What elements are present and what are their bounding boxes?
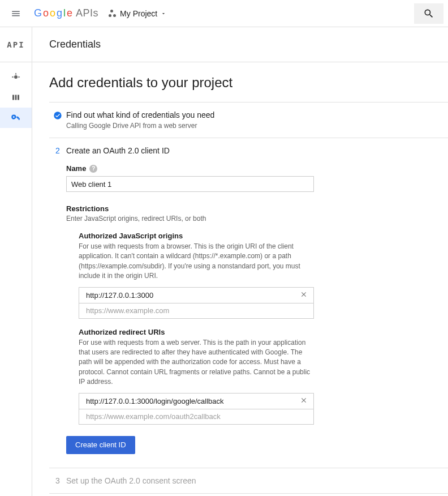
step-1-sub: Calling Google Drive API from a web serv… xyxy=(66,122,437,130)
sidebar-item-dashboard[interactable] xyxy=(0,67,32,87)
js-origin-value: http://127.0.0.1:3000 xyxy=(86,291,298,300)
main-content: Credentials Add credentials to your proj… xyxy=(32,27,448,496)
key-icon xyxy=(11,113,21,123)
svg-point-0 xyxy=(54,112,61,119)
logo-apis-text: APIs xyxy=(76,7,98,19)
redirect-uri-value: http://127.0.0.1:3000/login/google/callb… xyxy=(86,397,298,405)
project-name: My Project xyxy=(120,9,157,18)
page-title: Add credentials to your project xyxy=(49,75,448,91)
page-header: Credentials xyxy=(32,27,448,62)
redirect-uris-section: Authorized redirect URIs For use with re… xyxy=(66,328,437,425)
restrictions-title: Restrictions xyxy=(66,204,437,213)
step-4[interactable]: 4 Download credentials xyxy=(49,494,448,496)
step-3-title: Set up the OAuth 2.0 consent screen xyxy=(66,476,196,485)
sidebar-item-library[interactable] xyxy=(0,87,32,108)
hamburger-icon xyxy=(11,8,21,19)
redirect-uris-desc: For use with requests from a web server.… xyxy=(79,338,316,387)
step-3[interactable]: 3 Set up the OAuth 2.0 consent screen xyxy=(49,468,448,494)
js-origin-input[interactable] xyxy=(79,303,314,319)
js-origins-desc: For use with requests from a browser. Th… xyxy=(79,242,316,281)
check-circle-icon xyxy=(53,111,62,120)
step-1: Find out what kind of credentials you ne… xyxy=(49,102,448,138)
project-selector[interactable]: My Project xyxy=(109,9,166,18)
sidebar: API xyxy=(0,27,32,496)
dashboard-icon xyxy=(11,72,21,82)
step-3-num: 3 xyxy=(49,476,66,485)
js-origin-row: http://127.0.0.1:3000 xyxy=(79,287,314,303)
js-origins-section: Authorized JavaScript origins For use wi… xyxy=(66,232,437,319)
step-2-num: 2 xyxy=(49,146,66,155)
remove-redirect-uri-button[interactable] xyxy=(298,394,310,408)
help-icon[interactable]: ? xyxy=(89,165,97,173)
google-apis-logo[interactable]: Google APIs xyxy=(34,7,98,19)
step-1-check xyxy=(49,110,66,120)
chevron-down-icon xyxy=(161,11,166,16)
js-origins-title: Authorized JavaScript origins xyxy=(79,232,437,240)
library-icon xyxy=(11,92,21,102)
restrictions-sub: Enter JavaScript origins, redirect URIs,… xyxy=(66,215,437,223)
create-client-id-button[interactable]: Create client ID xyxy=(66,436,135,454)
client-name-input[interactable] xyxy=(66,176,314,192)
topbar: Google APIs My Project xyxy=(0,0,448,27)
step-2: 2 Create an OAuth 2.0 client ID Name ? R… xyxy=(49,138,448,468)
close-icon xyxy=(300,396,308,404)
sidebar-item-credentials[interactable] xyxy=(0,108,32,128)
step-2-title: Create an OAuth 2.0 client ID xyxy=(66,146,437,155)
redirect-uri-row: http://127.0.0.1:3000/login/google/callb… xyxy=(79,393,314,409)
sidebar-brand[interactable]: API xyxy=(0,27,32,62)
step-1-title: Find out what kind of credentials you ne… xyxy=(66,110,437,119)
search-icon xyxy=(423,8,434,19)
redirect-uri-input[interactable] xyxy=(79,409,314,425)
search-button[interactable] xyxy=(414,3,443,24)
remove-js-origin-button[interactable] xyxy=(298,288,310,302)
hamburger-menu-button[interactable] xyxy=(5,2,27,25)
close-icon xyxy=(300,290,308,298)
redirect-uris-title: Authorized redirect URIs xyxy=(79,328,437,336)
name-label: Name ? xyxy=(66,164,437,173)
project-icon xyxy=(109,10,117,18)
